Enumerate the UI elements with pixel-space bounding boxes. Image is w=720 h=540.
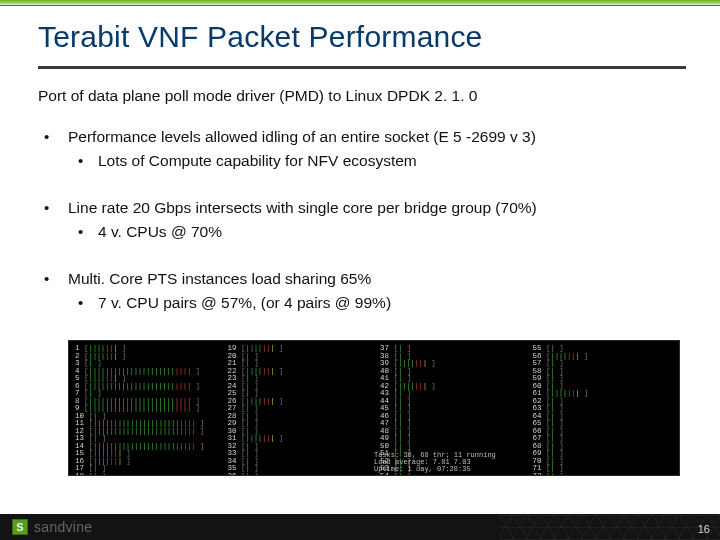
slide-footer: S sandvine 16 bbox=[0, 514, 720, 540]
logo-text: sandvine bbox=[34, 519, 92, 535]
logo-icon: S bbox=[12, 519, 28, 535]
subtitle: Port of data plane poll mode driver (PMD… bbox=[38, 87, 686, 105]
slide: Terabit VNF Packet Performance Port of d… bbox=[0, 0, 720, 540]
sub-bullet-item: 4 v. CPUs @ 70% bbox=[68, 222, 686, 243]
page-number: 16 bbox=[698, 523, 710, 535]
htop-footer: Tasks: 36, 68 thr; 11 running Load avera… bbox=[374, 452, 680, 473]
bullet-text: Performance levels allowed idling of an … bbox=[68, 128, 536, 145]
sub-bullet-list: Lots of Compute capability for NFV ecosy… bbox=[68, 151, 686, 172]
content-area: Terabit VNF Packet Performance Port of d… bbox=[0, 6, 720, 540]
sub-bullet-item: Lots of Compute capability for NFV ecosy… bbox=[68, 151, 686, 172]
brand-logo: S sandvine bbox=[12, 519, 92, 535]
htop-uptime: Uptime: 1 day, 07:28:35 bbox=[374, 466, 680, 473]
title-underline bbox=[38, 66, 686, 69]
bullet-item: Line rate 20 Gbps intersects with single… bbox=[38, 198, 686, 243]
htop-col-2: 19 [||||||| ]20 [| ]21 [| ]22 [||||||| ]… bbox=[222, 341, 375, 475]
sub-bullet-list: 4 v. CPUs @ 70% bbox=[68, 222, 686, 243]
logo-letter: S bbox=[16, 521, 23, 533]
footer-hex-pattern bbox=[500, 514, 720, 540]
bullet-item: Performance levels allowed idling of an … bbox=[38, 127, 686, 172]
bullet-item: Multi. Core PTS instances load sharing 6… bbox=[38, 269, 686, 314]
sub-bullet-list: 7 v. CPU pairs @ 57%, (or 4 pairs @ 99%) bbox=[68, 293, 686, 314]
htop-screenshot: 1 [||||||| ] 2 [||||||| ] 3 [| ] 4 [||||… bbox=[68, 340, 680, 476]
sub-bullet-item: 7 v. CPU pairs @ 57%, (or 4 pairs @ 99%) bbox=[68, 293, 686, 314]
bullet-list: Performance levels allowed idling of an … bbox=[38, 127, 686, 314]
slide-title: Terabit VNF Packet Performance bbox=[38, 20, 686, 54]
htop-col-1: 1 [||||||| ] 2 [||||||| ] 3 [| ] 4 [||||… bbox=[69, 341, 222, 475]
bullet-text: Multi. Core PTS instances load sharing 6… bbox=[68, 270, 371, 287]
bullet-text: Line rate 20 Gbps intersects with single… bbox=[68, 199, 537, 216]
